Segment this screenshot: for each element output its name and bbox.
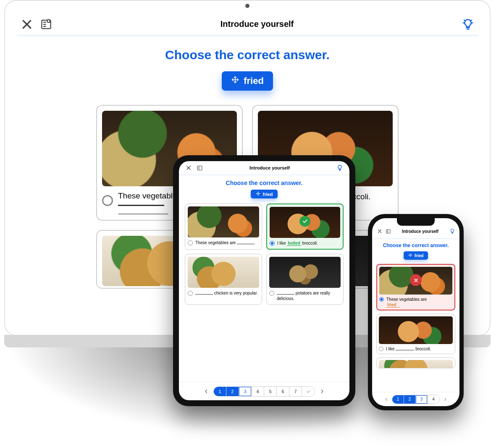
draggable-word-chip[interactable]: fried (251, 190, 278, 198)
tablet-pager-footer: 1 2 3 4 5 6 7 (179, 382, 349, 400)
blank-slot[interactable] (195, 294, 213, 295)
radio-selected[interactable] (270, 241, 275, 246)
card-text: chicken is very popular. (195, 290, 258, 296)
phone-pager-footer: 1 2 3 4 (372, 392, 459, 406)
pager-prev-button[interactable] (383, 396, 390, 403)
card-image (269, 257, 341, 288)
blank-slot[interactable] (396, 350, 414, 350)
blank-slot[interactable] (237, 244, 255, 244)
move-icon (408, 253, 412, 258)
pager-page-6[interactable]: 6 (277, 387, 289, 396)
page-title: Introduce yourself (402, 229, 438, 234)
card-image (270, 207, 340, 238)
pager-page-2[interactable]: 2 (226, 387, 239, 396)
card-text: I like boiled broccoli. (277, 240, 318, 246)
pager-page-4[interactable]: 4 (252, 387, 264, 396)
tablet-app: Introduce yourself Choose the correct an… (179, 161, 349, 400)
radio-unselected[interactable] (102, 195, 113, 206)
phone-app: Introduce yourself Choose the correct an… (372, 218, 459, 406)
draggable-word-chip[interactable]: fried (222, 71, 273, 91)
filled-answer-incorrect: fried (386, 303, 400, 308)
close-icon[interactable] (20, 18, 34, 31)
card-text: potatoes are really delicious. (277, 290, 341, 302)
instruction-text: Choose the correct answer. (17, 48, 478, 62)
desktop-camera-dot (245, 4, 249, 8)
tablet-card-grid: These vegetables are I like boiled brocc… (185, 203, 344, 305)
card-text: These vegetables arefried (386, 297, 427, 308)
pager-page-3[interactable]: 3 (416, 395, 428, 404)
move-icon (256, 191, 260, 197)
pager-page-5[interactable]: 5 (264, 387, 277, 396)
lesson-outline-icon[interactable] (196, 164, 203, 172)
hint-lightbulb-icon[interactable] (336, 164, 344, 172)
radio-unselected[interactable] (188, 291, 193, 296)
tablet-header: Introduce yourself (179, 161, 349, 175)
card-image (188, 206, 259, 237)
phone-body: Choose the correct answer. fried (372, 239, 459, 392)
blank-slot[interactable] (277, 294, 294, 295)
answer-card-vegetables-wrong[interactable]: These vegetables arefried (376, 264, 455, 310)
pager: 1 2 3 4 (392, 395, 440, 404)
card-text: These vegetables are (195, 240, 255, 246)
filled-answer-correct: boiled (287, 241, 301, 246)
svg-rect-3 (386, 230, 390, 233)
answer-card-potatoes[interactable]: potatoes are really delicious. (266, 254, 344, 305)
answer-card-chicken-peek[interactable] (376, 357, 455, 368)
pager-page-1[interactable]: 1 (392, 395, 404, 404)
pager-page-4[interactable]: 4 (428, 395, 439, 404)
lesson-outline-icon[interactable] (39, 18, 53, 31)
pager-page-1[interactable]: 1 (214, 387, 226, 396)
pager: 1 2 3 4 5 6 7 (213, 386, 315, 396)
phone-notch (397, 218, 435, 226)
page-title: Introduce yourself (249, 165, 290, 170)
card-image (188, 257, 259, 288)
draggable-word-chip[interactable]: fried (404, 251, 428, 260)
radio-unselected[interactable] (269, 291, 274, 296)
answer-card-vegetables[interactable]: These vegetables are (185, 203, 262, 250)
card-image (379, 267, 452, 295)
card-image (379, 316, 453, 344)
pager-next-button[interactable] (441, 396, 449, 403)
card-image (379, 360, 453, 368)
phone-card-list: These vegetables arefried I like broccol… (376, 264, 455, 368)
blank-slot[interactable] (118, 205, 164, 206)
chip-label: fried (244, 76, 264, 86)
radio-selected[interactable] (379, 297, 384, 302)
answer-card-broccoli[interactable]: I like broccoli. (376, 314, 455, 354)
answer-card-broccoli-correct[interactable]: I like boiled broccoli. (266, 203, 344, 250)
radio-unselected[interactable] (188, 240, 193, 245)
pager-submit-check[interactable] (302, 387, 315, 396)
radio-unselected[interactable] (379, 347, 383, 351)
answer-card-chicken[interactable]: chicken is very popular. (185, 254, 262, 305)
tablet-device-frame: Introduce yourself Choose the correct an… (173, 155, 355, 406)
card-text: I like broccoli. (386, 346, 431, 352)
desktop-header: Introduce yourself (17, 13, 478, 36)
hint-lightbulb-icon[interactable] (461, 18, 475, 31)
hint-lightbulb-icon[interactable] (449, 228, 455, 235)
close-icon[interactable] (185, 164, 192, 172)
page-title: Introduce yourself (220, 19, 294, 29)
phone-header: Introduce yourself (372, 224, 459, 239)
pager-page-3[interactable]: 3 (239, 387, 252, 396)
close-icon[interactable] (376, 228, 383, 235)
chip-label: fried (263, 192, 273, 197)
phone-device-frame: Introduce yourself Choose the correct an… (368, 214, 464, 410)
move-icon (231, 76, 239, 86)
pager-next-button[interactable] (318, 387, 327, 396)
instruction-text: Choose the correct answer. (376, 243, 455, 248)
tablet-body: Choose the correct answer. fried These v… (179, 175, 349, 382)
scroll-hint (118, 213, 168, 215)
instruction-text: Choose the correct answer. (185, 180, 344, 186)
chip-label: fried (415, 253, 424, 258)
pager-prev-button[interactable] (202, 387, 211, 396)
correct-check-icon (299, 216, 310, 227)
pager-page-2[interactable]: 2 (404, 395, 416, 404)
incorrect-cross-icon (410, 274, 422, 286)
svg-rect-1 (47, 19, 50, 22)
pager-page-7[interactable]: 7 (289, 387, 302, 396)
lesson-outline-icon[interactable] (385, 228, 391, 235)
svg-rect-2 (197, 166, 202, 170)
